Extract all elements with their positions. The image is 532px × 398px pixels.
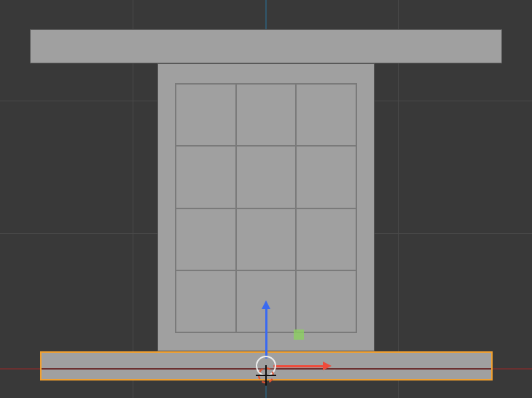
panel-cell — [176, 208, 236, 270]
panel-cell — [176, 146, 236, 208]
panel-cell — [236, 146, 297, 208]
panel-cell — [296, 270, 356, 332]
panel-cell — [296, 84, 356, 146]
panel-cell — [176, 270, 236, 332]
mesh-door-panel-grid[interactable] — [175, 83, 357, 333]
axis-x-line — [0, 368, 532, 370]
panel-cell — [236, 84, 297, 146]
panel-cell — [236, 208, 297, 270]
mesh-bottom-beam-selected[interactable] — [40, 351, 493, 381]
panel-cell — [176, 84, 236, 146]
mesh-top-beam[interactable] — [30, 29, 502, 63]
panel-cell — [236, 270, 297, 332]
panel-cell — [296, 146, 356, 208]
panel-cell — [296, 208, 356, 270]
viewport-3d[interactable] — [0, 0, 532, 398]
